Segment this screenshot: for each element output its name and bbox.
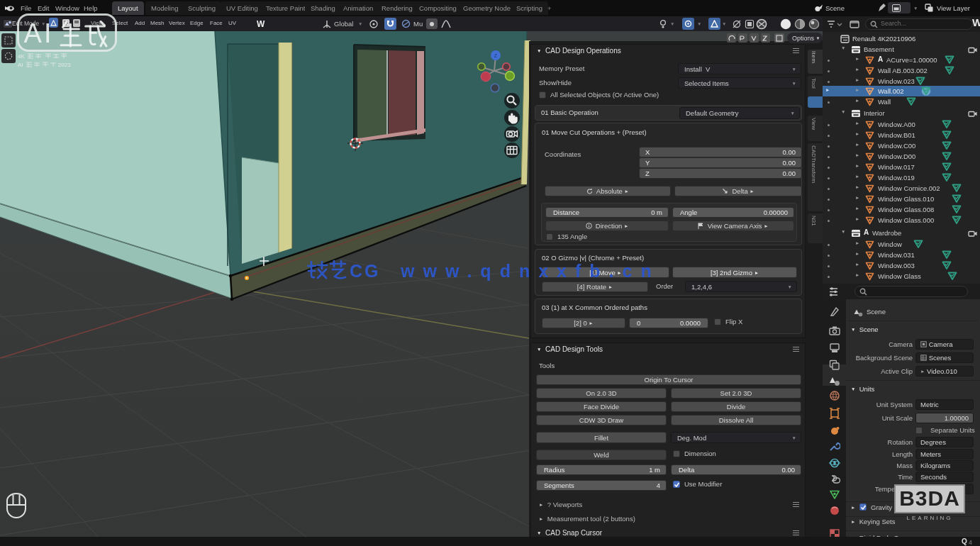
svg-text:CG: CG [350,261,381,281]
